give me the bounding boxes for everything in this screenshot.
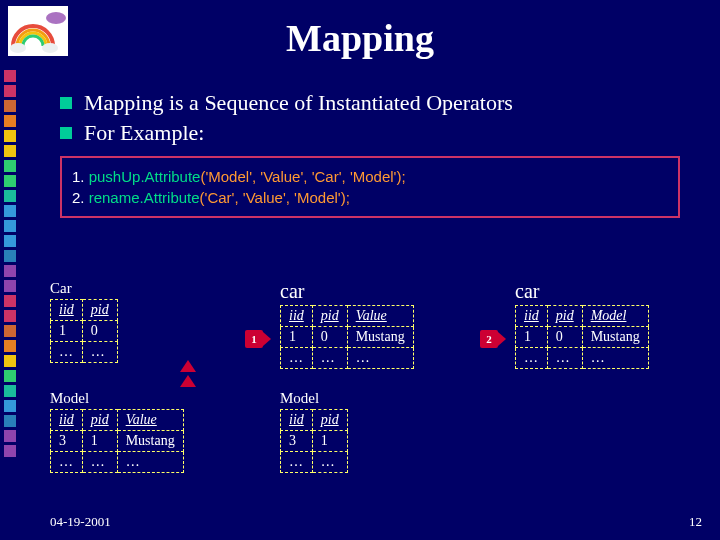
code-line-2: 2. rename.Attribute('Car', 'Value', 'Mod… bbox=[72, 189, 668, 206]
col-header: pid bbox=[82, 300, 117, 321]
arrow-up-icon bbox=[180, 375, 196, 387]
bullet-icon bbox=[60, 127, 72, 139]
col-header: pid bbox=[82, 410, 117, 431]
step-1-num: 1 bbox=[251, 333, 257, 345]
cell: 1 bbox=[281, 327, 313, 348]
cell: … bbox=[312, 452, 347, 473]
car-mid-title: car bbox=[280, 280, 414, 303]
code-line-1: 1. pushUp.Attribute('Model', 'Value', 'C… bbox=[72, 168, 668, 185]
cell: Mustang bbox=[347, 327, 413, 348]
step-2-num: 2 bbox=[486, 333, 492, 345]
bullet-icon bbox=[60, 97, 72, 109]
code-l1-num: 1. bbox=[72, 168, 89, 185]
cell: … bbox=[281, 348, 313, 369]
code-l2-args: ('Car', 'Value', 'Model'); bbox=[200, 189, 350, 206]
side-color-strip bbox=[4, 70, 24, 457]
cell: … bbox=[516, 348, 548, 369]
footer-date: 04-19-2001 bbox=[50, 514, 111, 530]
model-initial-wrap: Model iidpidValue31Mustang……… bbox=[50, 390, 184, 473]
content-area: Mapping is a Sequence of Instantiated Op… bbox=[60, 90, 680, 218]
col-header: Model bbox=[582, 306, 648, 327]
code-l1-fn: pushUp.Attribute bbox=[89, 168, 201, 185]
cell: 0 bbox=[547, 327, 582, 348]
cell: 1 bbox=[51, 321, 83, 342]
col-header: pid bbox=[312, 410, 347, 431]
cell: 0 bbox=[312, 327, 347, 348]
car-mid-table: iidpidValue10Mustang……… bbox=[280, 305, 414, 369]
bullet-1-text: Mapping is a Sequence of Instantiated Op… bbox=[84, 90, 513, 116]
cell: Mustang bbox=[582, 327, 648, 348]
col-header: iid bbox=[51, 300, 83, 321]
bullet-2: For Example: bbox=[60, 120, 680, 146]
cell: … bbox=[51, 342, 83, 363]
col-mid: car iidpidValue10Mustang……… bbox=[280, 280, 414, 369]
bullet-1: Mapping is a Sequence of Instantiated Op… bbox=[60, 90, 680, 116]
model-mid-table: iidpid31…… bbox=[280, 409, 348, 473]
cell: … bbox=[117, 452, 183, 473]
col-header: iid bbox=[281, 306, 313, 327]
cell: … bbox=[347, 348, 413, 369]
code-box: 1. pushUp.Attribute('Model', 'Value', 'C… bbox=[60, 156, 680, 218]
table-row: ……… bbox=[516, 348, 649, 369]
car-final-table: iidpidModel10Mustang……… bbox=[515, 305, 649, 369]
cell: … bbox=[82, 342, 117, 363]
cell: 1 bbox=[516, 327, 548, 348]
col-header: Value bbox=[347, 306, 413, 327]
model-initial-table: iidpidValue31Mustang……… bbox=[50, 409, 184, 473]
bullet-2-text: For Example: bbox=[84, 120, 204, 146]
col-header: iid bbox=[51, 410, 83, 431]
table-row: 10Mustang bbox=[516, 327, 649, 348]
cell: 0 bbox=[82, 321, 117, 342]
cell: 1 bbox=[82, 431, 117, 452]
car-final-title: car bbox=[515, 280, 649, 303]
cell: 3 bbox=[281, 431, 313, 452]
cell: Mustang bbox=[117, 431, 183, 452]
table-row: ……… bbox=[281, 348, 414, 369]
table-row: 31 bbox=[281, 431, 348, 452]
table-row: 10Mustang bbox=[281, 327, 414, 348]
table-row: 31Mustang bbox=[51, 431, 184, 452]
cell: … bbox=[582, 348, 648, 369]
cell: … bbox=[281, 452, 313, 473]
cell: 1 bbox=[312, 431, 347, 452]
table-row: …… bbox=[51, 342, 118, 363]
col-final: car iidpidModel10Mustang……… bbox=[515, 280, 649, 369]
slide-title: Mapping bbox=[0, 16, 720, 60]
cell: … bbox=[547, 348, 582, 369]
col-header: iid bbox=[516, 306, 548, 327]
model-mid-wrap: Model iidpid31…… bbox=[280, 390, 348, 473]
col-header: pid bbox=[547, 306, 582, 327]
cell: … bbox=[82, 452, 117, 473]
table-row: 10 bbox=[51, 321, 118, 342]
arrow-up-icon bbox=[180, 360, 196, 372]
code-l1-args: ('Model', 'Value', 'Car', 'Model'); bbox=[200, 168, 405, 185]
car-initial-title: Car bbox=[50, 280, 118, 297]
footer-page-number: 12 bbox=[689, 514, 702, 530]
cell: … bbox=[51, 452, 83, 473]
code-l2-num: 2. bbox=[72, 189, 89, 206]
step-2-badge: 2 bbox=[480, 330, 498, 348]
step-1-badge: 1 bbox=[245, 330, 263, 348]
code-l2-fn: rename.Attribute bbox=[89, 189, 200, 206]
col-header: pid bbox=[312, 306, 347, 327]
model-mid-title: Model bbox=[280, 390, 348, 407]
table-row: …… bbox=[281, 452, 348, 473]
col-header: iid bbox=[281, 410, 313, 431]
col-header: Value bbox=[117, 410, 183, 431]
model-initial-title: Model bbox=[50, 390, 184, 407]
col-initial: Car iidpid10…… bbox=[50, 280, 118, 363]
table-row: ……… bbox=[51, 452, 184, 473]
cell: … bbox=[312, 348, 347, 369]
car-initial-table: iidpid10…… bbox=[50, 299, 118, 363]
cell: 3 bbox=[51, 431, 83, 452]
